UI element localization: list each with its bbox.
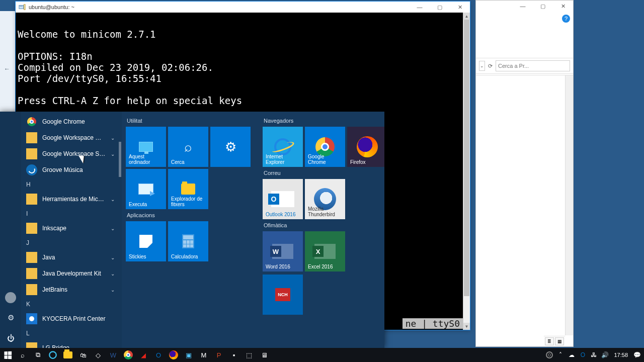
tile-chrome[interactable]: Google Chrome xyxy=(305,127,345,167)
svg-rect-0 xyxy=(19,6,24,9)
tile-label: Explorador de fitxers xyxy=(171,196,206,207)
group-header-correu[interactable]: Correu xyxy=(264,170,384,176)
taskbar-search-icon[interactable]: ⌕ xyxy=(15,348,30,362)
app-list-item[interactable]: Google Workspace Sync⌄ xyxy=(21,146,122,162)
tile-firefox[interactable]: Firefox xyxy=(347,127,384,167)
taskbar-edge-icon[interactable] xyxy=(45,348,60,362)
tray-outlook-icon[interactable]: O xyxy=(578,348,588,362)
tile-search[interactable]: ⌕Cerca xyxy=(168,127,208,167)
close-button[interactable]: ✕ xyxy=(450,2,470,13)
bg-close-button[interactable]: ✕ xyxy=(553,1,573,12)
app-list-item[interactable]: JetBrains⌄ xyxy=(21,282,122,298)
taskbar-chrome-icon[interactable] xyxy=(121,348,136,362)
app-list-item[interactable]: Google Workspace Migration⌄ xyxy=(21,130,122,146)
app-item-label: KYOCERA Print Center xyxy=(42,315,117,322)
taskbar-app-2[interactable]: M xyxy=(196,348,211,362)
app-letter[interactable]: K xyxy=(21,298,122,311)
terminal-scrollbar[interactable]: ▲ ▼ xyxy=(463,13,470,330)
group-header-utilitat[interactable]: Utilitat xyxy=(127,118,253,124)
taskbar-word-icon[interactable]: W xyxy=(106,348,121,362)
tile-stickies[interactable]: Stickies xyxy=(126,221,166,261)
app-list-item[interactable]: Java Development Kit⌄ xyxy=(21,265,122,282)
bg-maximize-button[interactable]: ▢ xyxy=(533,1,553,12)
app-list-item[interactable]: Herramientas de Microsoft Off...⌄ xyxy=(21,191,122,207)
apps-scrollbar[interactable] xyxy=(118,112,122,348)
search-input[interactable] xyxy=(496,60,570,71)
settings-icon[interactable]: ⚙ xyxy=(0,308,21,328)
tile-pc[interactable]: Aquest ordinador xyxy=(126,127,166,167)
tiles-pane[interactable]: Utilitat Aquest ordinador⌕Cerca⚙ExecutaE… xyxy=(122,112,384,348)
app-item-label: Groove Música xyxy=(42,166,117,173)
tray-chevron-icon[interactable]: ˄ xyxy=(555,348,566,362)
app-item-label: Google Chrome xyxy=(42,118,117,125)
app-list-item[interactable]: LG Bridge⌄ xyxy=(21,340,122,348)
back-icon[interactable]: ← xyxy=(4,65,10,72)
tile-folder[interactable]: Explorador de fitxers xyxy=(168,169,208,209)
tray-cloud-icon[interactable]: ☁ xyxy=(567,348,577,362)
app-list-item[interactable]: KYOCERA Print Center xyxy=(21,311,122,327)
taskbar-putty-icon[interactable]: 🖥 xyxy=(257,348,272,362)
scroll-up-icon[interactable]: ▲ xyxy=(463,13,470,20)
refresh-icon[interactable]: ⟳ xyxy=(487,61,494,71)
taskbar-photos-icon[interactable]: ▣ xyxy=(181,348,196,362)
taskbar-obs-icon[interactable] xyxy=(272,348,287,362)
tile-outlook[interactable]: OOutlook 2016 xyxy=(263,179,303,219)
app-letter[interactable]: L xyxy=(21,327,122,340)
app-list-item[interactable]: Java⌄ xyxy=(21,249,122,265)
group-header-aplicacions[interactable]: Aplicacions xyxy=(127,212,253,218)
app-list-item[interactable]: Groove Música xyxy=(21,162,122,178)
tile-label: Stickies xyxy=(129,254,164,259)
taskbar-app-1[interactable]: ◇ xyxy=(91,348,106,362)
task-view-icon[interactable]: ⧉ xyxy=(30,348,45,362)
tray-clock[interactable]: 17:58 xyxy=(611,352,631,358)
tile-calc[interactable]: Calculadora xyxy=(168,221,208,261)
taskbar-terminal-icon[interactable]: ▪ xyxy=(226,348,242,362)
minimize-button[interactable]: — xyxy=(410,2,430,13)
account-icon[interactable] xyxy=(0,288,21,308)
tile-ie[interactable]: Internet Explorer xyxy=(263,127,303,167)
putty-titlebar[interactable]: ubuntu@ubuntu: ~ — ▢ ✕ xyxy=(16,2,470,13)
addr-chevron[interactable]: ⌄ xyxy=(479,61,485,71)
tile-label: Google Chrome xyxy=(308,154,343,165)
tile-tbird[interactable]: Mozilla Thunderbird xyxy=(305,179,345,219)
taskbar-powerpoint-icon[interactable]: P xyxy=(211,348,226,362)
view-large-icon[interactable]: ▦ xyxy=(555,337,564,345)
maximize-button[interactable]: ▢ xyxy=(430,2,450,13)
tile-word[interactable]: WWord 2016 xyxy=(263,231,303,272)
tile-nch[interactable]: NCH xyxy=(263,275,303,315)
chevron-down-icon: ⌄ xyxy=(111,287,115,293)
app-item-label: Google Workspace Sync xyxy=(42,150,106,157)
taskbar-explorer-icon[interactable] xyxy=(60,348,75,362)
tile-run[interactable]: Executa xyxy=(126,169,166,209)
tray-notifications-icon[interactable]: 💬 xyxy=(632,348,642,362)
tile-gear[interactable]: ⚙ xyxy=(210,127,251,167)
start-rail: ⚙ ⏻ xyxy=(0,112,21,348)
tile-excel[interactable]: XExcel 2016 xyxy=(305,231,345,272)
help-icon[interactable]: ? xyxy=(562,15,570,23)
start-button[interactable] xyxy=(0,348,15,362)
taskbar-outlook-icon[interactable]: O xyxy=(151,348,166,362)
app-list-item[interactable]: Inkscape⌄ xyxy=(21,220,122,236)
background-window: — ▢ ✕ ? ⌄ ⟳ ≣ ▦ xyxy=(475,0,574,347)
bg-scrollbar[interactable] xyxy=(565,75,573,335)
power-icon[interactable]: ⏻ xyxy=(0,328,21,348)
bg-minimize-button[interactable]: — xyxy=(513,1,533,12)
tile-label: Excel 2016 xyxy=(308,264,343,269)
tray-volume-icon[interactable]: 🔊 xyxy=(600,348,610,362)
taskbar-acrobat-icon[interactable]: ◢ xyxy=(136,348,151,362)
tray-obs-icon[interactable] xyxy=(544,348,554,362)
app-item-label: Inkscape xyxy=(42,225,106,232)
scroll-down-icon[interactable]: ▼ xyxy=(463,323,470,330)
app-letter[interactable]: I xyxy=(21,207,122,220)
tray-network-icon[interactable]: 🖧 xyxy=(589,348,599,362)
taskbar-store-icon[interactable]: 🛍 xyxy=(75,348,91,362)
app-letter[interactable]: H xyxy=(21,178,122,191)
app-list-item[interactable]: Google Chrome xyxy=(21,114,122,130)
group-header-navegadors[interactable]: Navegadors xyxy=(264,118,384,124)
apps-list[interactable]: Google ChromeGoogle Workspace Migration⌄… xyxy=(21,112,122,348)
group-header-ofimatica[interactable]: Ofimàtica xyxy=(264,222,384,228)
taskbar-app-3[interactable]: ⬚ xyxy=(242,348,257,362)
app-letter[interactable]: J xyxy=(21,236,122,249)
taskbar-firefox-icon[interactable] xyxy=(166,348,181,362)
view-details-icon[interactable]: ≣ xyxy=(545,337,554,345)
